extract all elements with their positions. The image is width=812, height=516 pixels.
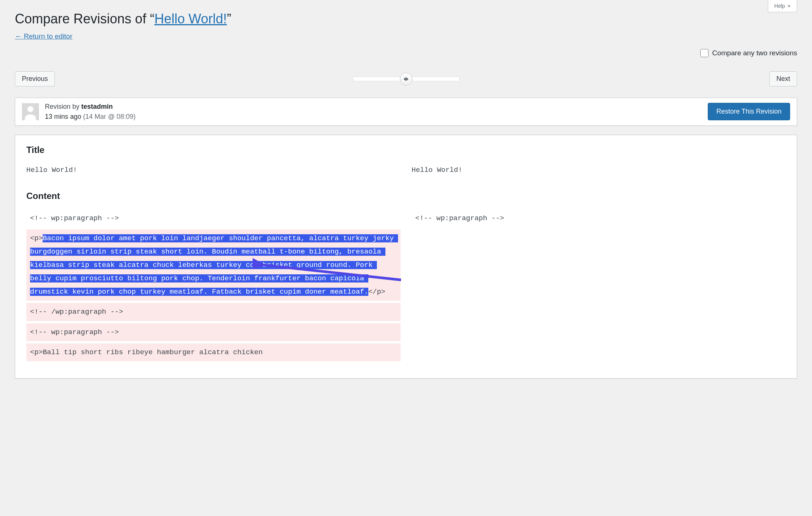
page-title: Compare Revisions of “Hello World!” — [15, 0, 797, 28]
diff-cell-left: <p>Ball tip short ribs ribeye hamburger … — [26, 343, 401, 361]
next-button[interactable]: Next — [769, 71, 797, 86]
revision-by-line: Revision by testadmin — [45, 102, 135, 112]
revision-time-ago: 13 mins ago — [45, 113, 81, 120]
slider-handle[interactable] — [400, 73, 412, 85]
diff-cell-left: <!-- wp:paragraph --> — [26, 209, 401, 227]
diff-cell-right — [412, 303, 786, 321]
diff-content-heading: Content — [26, 191, 786, 201]
diff-row: <p>Bacon ipsum dolor amet pork loin land… — [26, 229, 786, 301]
diff-cell-left: <!-- /wp:paragraph --> — [26, 303, 401, 321]
compare-two-label: Compare any two revisions — [712, 49, 797, 57]
revision-datetime: (14 Mar @ 08:09) — [83, 113, 135, 120]
revision-slider[interactable] — [353, 73, 460, 85]
post-title-link[interactable]: Hello World! — [154, 11, 227, 26]
chevron-down-icon: ▼ — [787, 4, 791, 8]
avatar — [22, 103, 39, 120]
diff-cell-right — [412, 343, 786, 361]
diff-title-left: Hello World! — [26, 163, 401, 177]
return-to-editor-link[interactable]: ← Return to editor — [15, 32, 72, 40]
revisions-nav: Previous Next — [15, 69, 797, 89]
diff-row: <!-- wp:paragraph --><!-- wp:paragraph -… — [26, 209, 786, 227]
diff-cell-right: <!-- wp:paragraph --> — [412, 209, 786, 227]
revision-meta-panel: Revision by testadmin 13 mins ago (14 Ma… — [15, 98, 797, 126]
diff-cell-right — [412, 323, 786, 341]
diff-cell-right — [412, 229, 786, 301]
diff-row: <!-- wp:paragraph --> — [26, 323, 786, 341]
page-title-suffix: ” — [227, 11, 231, 26]
triangle-left-icon — [404, 77, 406, 81]
restore-revision-button[interactable]: Restore This Revision — [708, 103, 790, 120]
revision-by-prefix: Revision by — [45, 103, 81, 110]
diff-panel: Title Hello World! Hello World! Content … — [15, 135, 797, 379]
diff-row: <!-- /wp:paragraph --> — [26, 303, 786, 321]
diff-cell-prefix: <p> — [30, 234, 43, 242]
diff-cell-suffix: </p> — [368, 288, 385, 296]
page-title-prefix: Compare Revisions of “ — [15, 11, 154, 26]
diff-cell-left: <!-- wp:paragraph --> — [26, 323, 401, 341]
help-tab-label: Help — [774, 3, 785, 9]
revision-author: testadmin — [81, 103, 113, 110]
diff-removed-highlight: Bacon ipsum dolor amet pork loin landjae… — [30, 234, 398, 296]
diff-cell-left: <p>Bacon ipsum dolor amet pork loin land… — [26, 229, 401, 301]
slider-track-right[interactable] — [412, 76, 460, 81]
compare-two-checkbox[interactable] — [700, 49, 709, 57]
diff-title-right: Hello World! — [412, 163, 786, 177]
diff-title-heading: Title — [26, 145, 786, 155]
slider-track-left[interactable] — [353, 76, 400, 81]
previous-button[interactable]: Previous — [15, 71, 55, 86]
compare-two-toggle[interactable]: Compare any two revisions — [700, 49, 797, 57]
triangle-right-icon — [406, 77, 408, 81]
help-tab[interactable]: Help ▼ — [768, 0, 797, 12]
diff-row: <p>Ball tip short ribs ribeye hamburger … — [26, 343, 786, 361]
